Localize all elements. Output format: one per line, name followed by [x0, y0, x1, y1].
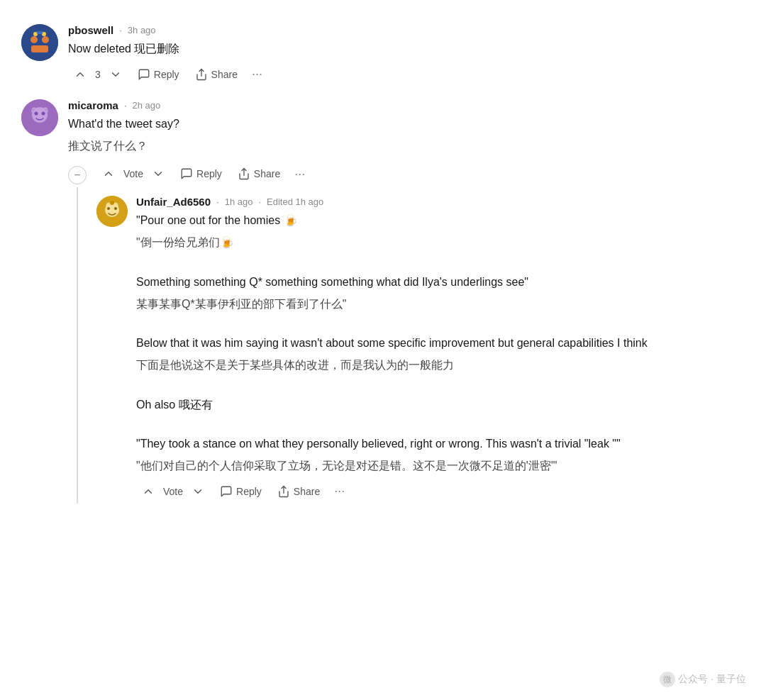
share-icon-micaroma: [238, 167, 250, 180]
downvote-icon-micaroma: [152, 167, 165, 180]
svg-point-2: [42, 36, 49, 43]
comment-text-pboswell: Now deleted 现已删除: [68, 40, 745, 58]
reply-button-pboswell[interactable]: Reply: [132, 65, 185, 84]
reply-button-micaroma[interactable]: Reply: [174, 165, 228, 183]
action-bar-unfair: Vote Reply Share: [136, 482, 745, 501]
avatar-micaroma: [21, 99, 58, 136]
share-button-unfair[interactable]: Share: [272, 482, 326, 501]
svg-text:微: 微: [663, 674, 672, 684]
username-pboswell: pboswell: [68, 24, 113, 36]
comment-body-micaroma: micaroma · 2h ago What'd the tweet say? …: [68, 99, 745, 162]
svg-rect-3: [31, 45, 48, 52]
watermark: 微 公众号 · 量子位: [660, 672, 746, 687]
action-bar-pboswell: 3 Reply Share ···: [68, 65, 745, 84]
svg-rect-6: [37, 31, 43, 34]
svg-point-17: [110, 201, 114, 205]
svg-point-15: [107, 207, 110, 210]
edited-label-unfair: Edited 1h ago: [267, 196, 323, 207]
share-icon-pboswell: [195, 68, 208, 81]
avatar-unfair-img: [96, 196, 128, 227]
comment-text-unfair: "Pour one out for the homies 🍺 "倒一份给兄弟们🍺…: [136, 212, 745, 474]
vote-count-pboswell: 3: [95, 69, 101, 80]
comment-header-pboswell: pboswell · 3h ago: [68, 24, 745, 36]
more-button-pboswell[interactable]: ···: [248, 65, 267, 83]
svg-point-10: [35, 111, 38, 115]
comment-micaroma: micaroma · 2h ago What'd the tweet say? …: [21, 89, 745, 162]
share-button-pboswell[interactable]: Share: [189, 65, 243, 84]
thread-line: [77, 187, 78, 503]
action-bar-micaroma: Vote Reply Share ···: [96, 165, 745, 183]
username-micaroma: micaroma: [68, 99, 118, 111]
comment-pboswell: pboswell · 3h ago Now deleted 现已删除 3: [21, 14, 745, 87]
page-container: pboswell · 3h ago Now deleted 现已删除 3: [0, 0, 766, 700]
vote-label-micaroma: Vote: [123, 168, 143, 179]
wechat-icon: 微: [660, 672, 675, 687]
downvote-button-micaroma[interactable]: [146, 165, 170, 183]
upvote-button-pboswell[interactable]: [68, 65, 92, 84]
svg-point-16: [114, 207, 117, 210]
micaroma-section: micaroma · 2h ago What'd the tweet say? …: [21, 89, 745, 504]
comment-header-unfair: Unfair_Ad6560 · 1h ago · Edited 1h ago: [136, 196, 745, 208]
nested-thread-micaroma: − Vote: [68, 165, 745, 503]
thread-line-col: −: [68, 165, 87, 503]
comment-unfair: Unfair_Ad6560 · 1h ago · Edited 1h ago "…: [96, 189, 745, 503]
timestamp-unfair: 1h ago: [225, 196, 253, 207]
reply-button-unfair[interactable]: Reply: [214, 482, 267, 501]
svg-rect-0: [21, 24, 58, 61]
upvote-icon-pboswell: [74, 68, 87, 81]
share-button-micaroma[interactable]: Share: [232, 165, 286, 183]
downvote-icon-unfair: [192, 485, 204, 498]
avatar-pboswell-img: [21, 24, 58, 61]
downvote-button-pboswell[interactable]: [104, 65, 128, 84]
upvote-button-micaroma[interactable]: [96, 165, 121, 183]
username-unfair: Unfair_Ad6560: [136, 196, 211, 208]
avatar-micaroma-img: [21, 99, 58, 136]
vote-label-unfair: Vote: [163, 486, 183, 497]
more-button-unfair[interactable]: ···: [330, 482, 349, 500]
reply-icon-pboswell: [138, 68, 150, 81]
timestamp-micaroma: 2h ago: [133, 100, 161, 111]
comment-header-micaroma: micaroma · 2h ago: [68, 99, 745, 111]
upvote-icon-micaroma: [102, 167, 115, 180]
more-button-micaroma[interactable]: ···: [290, 165, 309, 183]
comment-text-micaroma: What'd the tweet say? 推文说了什么？: [68, 116, 745, 155]
share-icon-unfair: [277, 485, 290, 498]
vote-group-unfair: Vote: [136, 482, 210, 501]
reply-icon-micaroma: [180, 167, 193, 180]
collapse-button[interactable]: −: [68, 166, 87, 184]
svg-point-1: [30, 36, 38, 43]
downvote-button-unfair[interactable]: [186, 482, 210, 501]
avatar-pboswell: [21, 24, 58, 61]
vote-group-pboswell: 3: [68, 65, 128, 84]
upvote-button-unfair[interactable]: [136, 482, 160, 501]
comment-body-pboswell: pboswell · 3h ago Now deleted 现已删除 3: [68, 24, 745, 87]
downvote-icon-pboswell: [109, 68, 122, 81]
upvote-icon-unfair: [142, 485, 155, 498]
nested-content: Vote Reply Share ···: [96, 165, 745, 503]
svg-point-11: [42, 111, 45, 115]
reply-icon-unfair: [220, 485, 233, 498]
timestamp-pboswell: ·: [119, 25, 122, 35]
avatar-unfair: [96, 196, 128, 227]
comment-body-unfair: Unfair_Ad6560 · 1h ago · Edited 1h ago "…: [136, 196, 745, 503]
vote-group-micaroma: Vote: [96, 165, 170, 183]
timestamp-pboswell-val: 3h ago: [128, 25, 156, 35]
